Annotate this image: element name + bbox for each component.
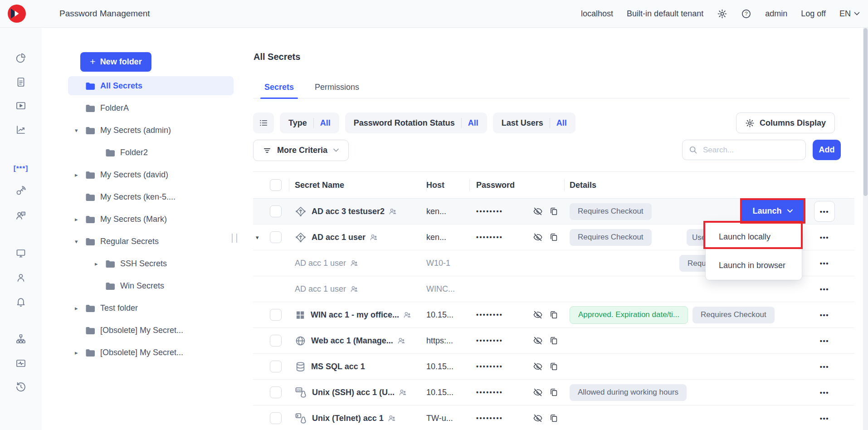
nav-password-manager-icon[interactable]: [***] (12, 160, 30, 176)
new-folder-button[interactable]: + New folder (80, 52, 151, 72)
language-selector[interactable]: EN (839, 9, 860, 19)
secret-name[interactable]: AD acc 1 user (295, 259, 346, 268)
tree-caret-icon[interactable]: ▸ (68, 349, 85, 356)
tree-caret-icon[interactable]: ▾ (68, 127, 85, 134)
folder-tree-item-5[interactable]: My Secrets (ken-5.... (68, 187, 234, 206)
secret-name[interactable]: AD acc 3 testuser2 (312, 207, 385, 216)
folder-tree-item-11[interactable]: [Obsolete] My Secret... (68, 321, 234, 340)
tree-caret-icon[interactable]: ▸ (88, 260, 105, 267)
nav-access-key-icon[interactable] (12, 183, 30, 199)
row-more-actions-button[interactable]: ••• (814, 356, 835, 377)
folder-tree-item-1[interactable]: FolderA (68, 98, 234, 117)
row-more-actions-button[interactable]: ••• (814, 227, 835, 248)
row-more-actions-button[interactable]: ••• (814, 304, 835, 325)
tab-permissions[interactable]: Permissions (315, 76, 359, 98)
help-icon[interactable]: ? (741, 9, 751, 19)
row-more-actions-button[interactable]: ••• (814, 279, 835, 299)
nav-org-structure-icon[interactable] (12, 331, 30, 347)
folder-tree-item-6[interactable]: ▸My Secrets (Mark) (68, 210, 234, 229)
folder-tree-item-9[interactable]: Win Secrets (68, 276, 234, 295)
row-checkbox[interactable] (270, 231, 282, 243)
row-more-actions-button[interactable]: ••• (814, 253, 835, 274)
tab-secrets[interactable]: Secrets (264, 76, 294, 98)
copy-icon[interactable] (549, 206, 559, 216)
row-more-actions-button[interactable]: ••• (814, 201, 835, 222)
row-checkbox[interactable] (270, 361, 282, 372)
folder-icon (85, 215, 95, 223)
nav-notifications-icon[interactable] (12, 293, 30, 310)
nav-users-icon[interactable] (12, 269, 30, 286)
nav-session-recordings-icon[interactable] (12, 98, 30, 114)
secret-name[interactable]: WIN acc 1 - my office... (311, 310, 399, 320)
copy-icon[interactable] (549, 387, 559, 397)
filter-last-users[interactable]: Last UsersAll (493, 112, 575, 133)
eye-off-icon[interactable] (533, 232, 543, 242)
vertical-scrollbar[interactable] (863, 27, 868, 430)
folder-tree-item-12[interactable]: ▸[Obsolete] My Secret... (68, 343, 234, 362)
tree-caret-icon[interactable]: ▸ (68, 216, 85, 223)
secret-name[interactable]: Unix (Telnet) acc 1 (312, 414, 384, 423)
copy-icon[interactable] (549, 413, 559, 423)
row-expand-caret-icon[interactable]: ▾ (256, 234, 259, 241)
folder-tree-item-0[interactable]: All Secrets (68, 76, 234, 95)
nav-history-icon[interactable] (12, 379, 30, 395)
copy-icon[interactable] (549, 362, 559, 371)
secret-name[interactable]: Web acc 1 (Manage... (311, 336, 393, 346)
columns-display-button[interactable]: Columns Display (736, 112, 835, 133)
current-user[interactable]: admin (765, 9, 787, 19)
search-input[interactable] (702, 145, 800, 155)
view-list-toggle[interactable] (253, 112, 274, 133)
secret-name[interactable]: AD acc 1 user (295, 284, 346, 294)
settings-gear-icon[interactable] (717, 9, 727, 19)
nav-user-request-icon[interactable]: ? (12, 207, 30, 224)
select-all-checkbox[interactable] (270, 179, 282, 191)
nav-pie-chart-icon[interactable] (12, 50, 30, 66)
menu-item-launch-locally[interactable]: Launch locally (706, 223, 802, 251)
filter-value[interactable]: All (468, 118, 478, 128)
folder-tree-item-3[interactable]: Folder2 (68, 143, 234, 162)
filter-value[interactable]: All (556, 118, 567, 128)
launch-button[interactable]: Launch (742, 200, 804, 222)
menu-item-launch-in-browser[interactable]: Launch in browser (706, 251, 802, 280)
eye-off-icon[interactable] (533, 336, 543, 346)
row-checkbox[interactable] (270, 309, 282, 321)
nav-session-monitoring-icon[interactable] (12, 355, 30, 371)
scrollbar-thumb[interactable] (863, 28, 868, 196)
folder-tree-item-4[interactable]: ▸My Secrets (david) (68, 165, 234, 184)
row-checkbox[interactable] (270, 205, 282, 217)
nav-analytics-chart-icon[interactable] (12, 122, 30, 138)
folder-tree-item-2[interactable]: ▾My Secrets (admin) (68, 121, 234, 140)
eye-off-icon[interactable] (533, 413, 543, 423)
filter-value[interactable]: All (320, 118, 331, 128)
eye-off-icon[interactable] (533, 310, 543, 320)
nav-reports-document-icon[interactable] (12, 74, 30, 90)
copy-icon[interactable] (549, 336, 559, 346)
copy-icon[interactable] (549, 310, 559, 320)
folder-tree-item-7[interactable]: ▾Regular Secrets (68, 232, 234, 251)
copy-icon[interactable] (549, 232, 559, 242)
tree-caret-icon[interactable]: ▸ (68, 171, 85, 178)
more-criteria-button[interactable]: More Criteria (253, 140, 349, 161)
nav-computers-icon[interactable] (12, 245, 30, 261)
secret-name[interactable]: AD acc 1 user (312, 233, 366, 242)
folder-tree-item-10[interactable]: ▸Test folder (68, 298, 234, 318)
add-secret-button[interactable]: Add (813, 140, 841, 160)
secret-name[interactable]: Unix (SSH) acc 1 (U... (312, 388, 395, 397)
logoff-link[interactable]: Log off (801, 9, 826, 19)
eye-off-icon[interactable] (533, 362, 543, 371)
row-more-actions-button[interactable]: ••• (814, 330, 835, 351)
row-checkbox[interactable] (270, 335, 282, 347)
row-more-actions-button[interactable]: ••• (814, 382, 835, 403)
eye-off-icon[interactable] (533, 387, 543, 397)
tree-caret-icon[interactable]: ▾ (68, 238, 85, 245)
row-checkbox[interactable] (270, 412, 282, 424)
eye-off-icon[interactable] (533, 206, 543, 216)
row-more-actions-button[interactable]: ••• (814, 408, 835, 429)
sidebar-resize-handle[interactable] (232, 234, 237, 243)
row-checkbox[interactable] (270, 386, 282, 398)
folder-tree-item-8[interactable]: ▸SSH Secrets (68, 254, 234, 273)
filter-type[interactable]: TypeAll (280, 112, 339, 133)
filter-password-rotation-status[interactable]: Password Rotation StatusAll (345, 112, 487, 133)
tree-caret-icon[interactable]: ▸ (68, 305, 85, 312)
secret-name[interactable]: MS SQL acc 1 (311, 362, 365, 371)
